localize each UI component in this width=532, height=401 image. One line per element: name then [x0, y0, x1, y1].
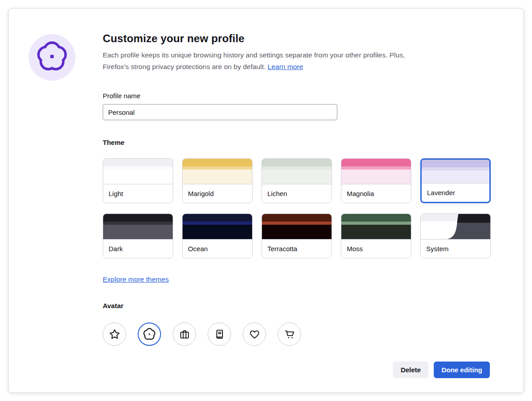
theme-card-label: System: [421, 239, 490, 258]
theme-stripe: [422, 167, 489, 170]
theme-section-label: Theme: [103, 138, 490, 147]
page-title: Customize your new profile: [103, 32, 490, 45]
profile-name-input[interactable]: [103, 104, 337, 120]
theme-stripe: [262, 166, 331, 170]
theme-card-dark[interactable]: Dark: [103, 214, 173, 258]
theme-stripe: [341, 222, 411, 225]
theme-stripe: [103, 222, 173, 225]
theme-stripe: [103, 170, 173, 184]
system-theme-split-preview: [421, 214, 490, 239]
theme-stripe: [341, 159, 411, 166]
theme-stripe: [103, 166, 173, 170]
theme-card-magnolia[interactable]: Magnolia: [341, 158, 411, 203]
theme-stripe: [103, 225, 173, 239]
shopping-cart-icon: [283, 328, 296, 340]
theme-card-label: Lavender: [422, 183, 489, 202]
briefcase-icon: [179, 328, 191, 340]
theme-stripe: [183, 159, 252, 166]
theme-card-label: Magnolia: [341, 184, 411, 203]
flower-icon: [35, 40, 69, 75]
explore-more-themes-link[interactable]: Explore more themes: [103, 275, 169, 283]
theme-card-moss[interactable]: Moss: [341, 214, 411, 258]
theme-stripe: [262, 225, 331, 239]
theme-card-light[interactable]: Light: [103, 158, 173, 203]
theme-preview: [341, 214, 411, 239]
theme-card-label: Dark: [103, 239, 173, 258]
theme-stripe: [422, 160, 489, 167]
customize-profile-panel: Customize your new profile Each profile …: [8, 8, 524, 393]
profile-name-label: Profile name: [103, 92, 490, 100]
theme-stripe: [341, 170, 411, 184]
theme-preview: [341, 159, 411, 184]
theme-card-ocean[interactable]: Ocean: [182, 214, 253, 258]
theme-preview: [421, 214, 490, 239]
theme-stripe: [183, 222, 252, 225]
delete-button[interactable]: Delete: [393, 362, 428, 378]
theme-stripe: [262, 222, 331, 225]
theme-stripe: [262, 214, 331, 222]
footer-actions: Delete Done editing: [103, 362, 490, 378]
theme-stripe: [183, 214, 252, 222]
theme-stripe: [341, 166, 411, 170]
avatar-option-star[interactable]: [103, 323, 126, 346]
theme-preview: [103, 214, 173, 239]
theme-preview: [422, 160, 489, 183]
theme-stripe: [341, 225, 411, 239]
theme-card-marigold[interactable]: Marigold: [182, 158, 253, 203]
theme-card-label: Light: [103, 184, 173, 203]
theme-stripe: [262, 159, 331, 166]
theme-stripe: [183, 170, 252, 184]
theme-card-lavender[interactable]: Lavender: [420, 158, 491, 203]
theme-preview: [262, 159, 331, 184]
avatar-options-row: [103, 323, 490, 346]
avatar-option-shopping-cart[interactable]: [278, 323, 301, 346]
flower-icon: [143, 327, 156, 341]
theme-stripe: [262, 170, 331, 184]
theme-card-label: Marigold: [183, 184, 252, 203]
theme-preview: [103, 159, 173, 184]
profile-avatar-preview: [29, 34, 75, 81]
profile-avatar-column: [29, 32, 103, 392]
theme-card-terracotta[interactable]: Terracotta: [262, 214, 332, 258]
avatar-option-briefcase[interactable]: [173, 323, 196, 346]
theme-card-label: Terracotta: [262, 239, 331, 258]
theme-stripe: [422, 170, 489, 183]
theme-card-label: Moss: [341, 239, 411, 258]
theme-card-system[interactable]: System: [420, 214, 491, 258]
theme-card-lichen[interactable]: Lichen: [262, 158, 332, 203]
main-content: Customize your new profile Each profile …: [103, 32, 490, 392]
theme-preview: [262, 214, 331, 239]
theme-stripe: [183, 166, 252, 170]
theme-stripe: [341, 214, 411, 222]
avatar-option-flower[interactable]: [138, 323, 161, 346]
page-description: Each profile keeps its unique browsing h…: [103, 49, 417, 73]
avatar-option-heart[interactable]: [243, 323, 266, 346]
book-icon: [214, 328, 226, 340]
theme-preview: [183, 214, 252, 239]
avatar-section-label: Avatar: [103, 301, 490, 310]
theme-stripe: [103, 159, 173, 166]
star-icon: [109, 328, 121, 340]
theme-stripe: [183, 225, 252, 239]
theme-stripe: [103, 214, 173, 222]
learn-more-link[interactable]: Learn more: [268, 63, 303, 70]
theme-card-label: Lichen: [262, 184, 331, 203]
theme-card-label: Ocean: [183, 239, 252, 258]
theme-preview: [183, 159, 252, 184]
done-editing-button[interactable]: Done editing: [434, 362, 490, 378]
avatar-option-book[interactable]: [208, 323, 231, 346]
heart-icon: [249, 328, 261, 340]
description-text: Each profile keeps its unique browsing h…: [103, 51, 405, 70]
theme-grid: LightMarigoldLichenMagnoliaLavenderDarkO…: [103, 158, 490, 258]
